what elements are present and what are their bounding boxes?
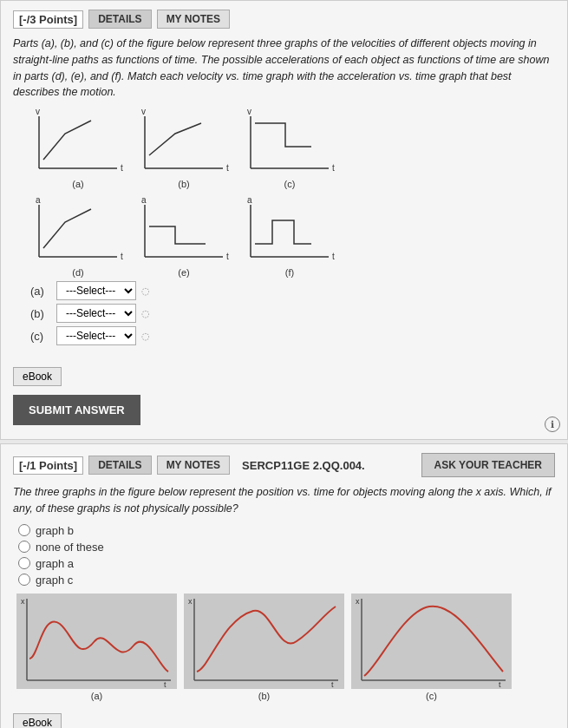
graph-label-d: (d) <box>72 267 83 278</box>
graph-e: t a (e) <box>136 196 232 278</box>
question-code-2: SERCP11GE 2.QQ.004. <box>242 459 365 472</box>
select-row-b: (b) ---Select--- d e f ◌ <box>30 304 555 323</box>
graph-svg-f: t a <box>242 196 337 266</box>
graph-label-c: (c) <box>284 179 296 189</box>
large-graph-a: t x (a) <box>16 594 177 701</box>
radio-group: graph b none of these graph a graph c <box>18 524 555 587</box>
svg-rect-24 <box>16 594 177 689</box>
graph-svg-large-c: t x <box>351 594 512 689</box>
tab-mynotes-1[interactable]: MY NOTES <box>157 10 230 29</box>
section1-header: [-/3 Points] DETAILS MY NOTES <box>13 10 555 29</box>
info-circle-1[interactable]: ℹ <box>545 416 560 432</box>
svg-text:t: t <box>226 252 229 261</box>
large-graph-label-a: (a) <box>91 691 102 701</box>
svg-text:v: v <box>247 108 251 116</box>
radio-label-none: none of these <box>36 541 104 554</box>
large-graph-b: t x (b) <box>184 594 344 701</box>
select-icon-a: ◌ <box>141 285 150 297</box>
svg-text:x: x <box>188 597 193 606</box>
graph-svg-b: t v <box>136 108 232 177</box>
graph-label-a: (a) <box>72 179 83 189</box>
svg-text:t: t <box>332 163 335 173</box>
graph-svg-d: t a <box>30 196 126 266</box>
radio-item-grapha: graph a <box>18 557 555 570</box>
radio-label-grapha: graph a <box>36 557 74 570</box>
large-graph-label-c: (c) <box>426 691 437 701</box>
question-text-2: The three graphs in the figure below rep… <box>13 484 555 517</box>
select-label-a: (a) <box>30 285 51 298</box>
ebook-btn-2[interactable]: eBook <box>13 713 62 729</box>
radio-grapha[interactable] <box>18 557 30 569</box>
graph-label-e: (e) <box>178 267 189 278</box>
svg-rect-29 <box>184 594 344 689</box>
svg-text:t: t <box>332 252 335 261</box>
tab-details-1[interactable]: DETAILS <box>88 10 151 29</box>
graph-f: t a (f) <box>242 196 337 278</box>
large-graph-label-b: (b) <box>258 691 270 701</box>
svg-text:a: a <box>247 196 252 205</box>
graphs-row-top: t v (a) t v (b) t v (c) <box>30 108 555 189</box>
radio-graphb[interactable] <box>18 524 30 536</box>
radio-item-graphb: graph b <box>18 524 555 537</box>
svg-rect-34 <box>351 594 512 689</box>
graph-svg-large-b: t x <box>184 594 344 689</box>
graph-svg-c: t v <box>242 108 337 177</box>
section2-header: [-/1 Points] DETAILS MY NOTES SERCP11GE … <box>13 453 555 477</box>
radio-graphc[interactable] <box>18 574 30 586</box>
graph-b: t v (b) <box>136 108 232 189</box>
question-text-1: Parts (a), (b), and (c) of the figure be… <box>13 36 555 101</box>
select-row-c: (c) ---Select--- d e f ◌ <box>30 326 555 345</box>
graphs-row-bottom: t a (d) t a (e) t <box>30 196 555 278</box>
points-label-2: [-/1 Points] <box>13 456 83 475</box>
svg-text:x: x <box>21 597 25 606</box>
ask-teacher-btn[interactable]: ASK YOUR TEACHER <box>421 453 555 477</box>
section1: [-/3 Points] DETAILS MY NOTES Parts (a),… <box>0 0 568 440</box>
ebook-btn-1[interactable]: eBook <box>13 367 62 386</box>
svg-text:t: t <box>121 252 123 261</box>
radio-label-graphb: graph b <box>36 524 74 537</box>
graph-box-large-b: t x <box>184 594 344 689</box>
select-label-b: (b) <box>30 307 51 320</box>
graph-svg-a: t v <box>30 108 126 177</box>
radio-item-graphc: graph c <box>18 574 555 587</box>
select-c[interactable]: ---Select--- d e f <box>56 326 136 345</box>
graph-box-large-a: t x <box>16 594 177 689</box>
graph-box-large-c: t x <box>351 594 512 689</box>
graph-label-f: (f) <box>285 267 294 278</box>
select-label-c: (c) <box>30 330 51 343</box>
tab-details-2[interactable]: DETAILS <box>88 456 151 475</box>
radio-label-graphc: graph c <box>36 574 73 587</box>
svg-text:t: t <box>121 163 123 173</box>
graph-a: t v (a) <box>30 108 126 189</box>
svg-text:v: v <box>36 108 40 116</box>
graph-label-b: (b) <box>178 179 189 189</box>
svg-text:x: x <box>356 597 360 606</box>
graphs-row-large: t x (a) t x (b) <box>16 594 555 701</box>
select-a[interactable]: ---Select--- d e f <box>56 281 136 300</box>
svg-text:a: a <box>36 196 41 205</box>
points-label-1: [-/3 Points] <box>13 10 83 29</box>
select-row-a: (a) ---Select--- d e f ◌ <box>30 281 555 300</box>
section2: [-/1 Points] DETAILS MY NOTES SERCP11GE … <box>0 443 568 728</box>
graph-svg-e: t a <box>136 196 232 266</box>
graph-d: t a (d) <box>30 196 126 278</box>
tab-mynotes-2[interactable]: MY NOTES <box>157 456 230 475</box>
radio-item-none: none of these <box>18 541 555 554</box>
select-b[interactable]: ---Select--- d e f <box>56 304 136 323</box>
svg-text:v: v <box>141 108 146 116</box>
graph-c: t v (c) <box>242 108 337 189</box>
radio-none[interactable] <box>18 541 30 553</box>
graph-svg-large-a: t x <box>16 594 177 689</box>
svg-text:t: t <box>226 163 229 173</box>
select-icon-b: ◌ <box>141 308 150 319</box>
large-graph-c: t x (c) <box>351 594 512 701</box>
select-icon-c: ◌ <box>141 331 150 342</box>
svg-text:a: a <box>141 196 147 205</box>
submit-btn-1[interactable]: SUBMIT ANSWER <box>13 395 140 425</box>
